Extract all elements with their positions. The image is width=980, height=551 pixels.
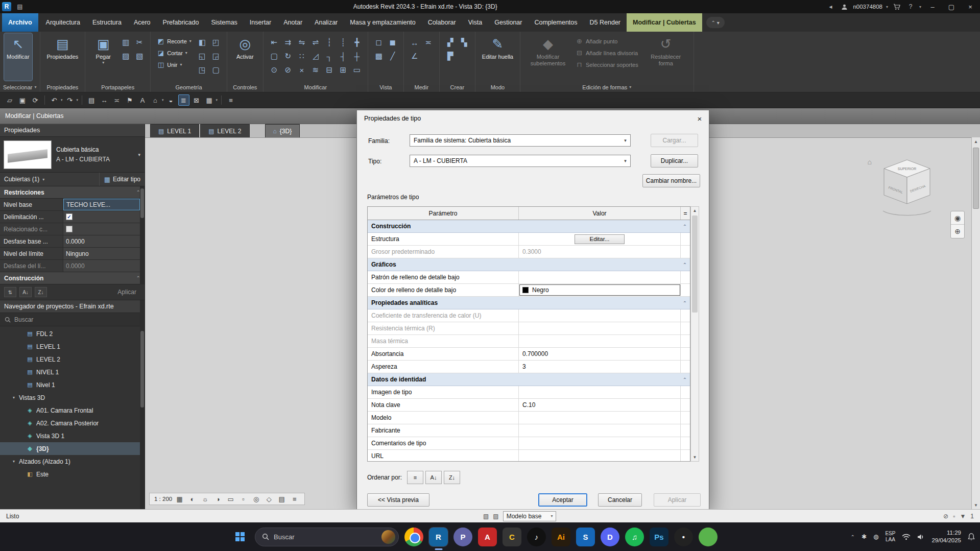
clock[interactable]: 11:29 29/04/2025 — [931, 529, 961, 544]
app-dark-icon[interactable]: • — [674, 528, 693, 546]
param-value[interactable]: Editar... — [519, 233, 681, 245]
vista-previa-button[interactable]: << Vista previa — [367, 493, 429, 507]
m-pin-icon[interactable]: ⊙ — [268, 63, 281, 77]
tipo-select[interactable]: A - LM - CUBIERTA ▾ — [410, 155, 631, 167]
dropdown-chevron-icon[interactable]: ▾ — [189, 39, 192, 43]
v-unhide-icon[interactable]: ◼ — [386, 36, 399, 49]
m-move-icon[interactable]: ╋ — [350, 36, 364, 49]
q-tag-icon[interactable]: ⚑ — [124, 94, 135, 106]
clip-aux-icon[interactable]: ▧ — [133, 50, 146, 63]
viewcube-home-icon[interactable]: ⌂ — [868, 158, 872, 166]
dropdown-chevron-icon[interactable]: ▾ — [185, 51, 187, 55]
geo-f-icon[interactable]: ▢ — [209, 63, 223, 77]
sort-descending-button[interactable]: Z↓ — [35, 287, 47, 297]
v-linework-icon[interactable]: ╱ — [386, 50, 399, 63]
m-mirror1-icon[interactable]: ⇋ — [295, 36, 308, 49]
tab-archivo[interactable]: Archivo — [2, 13, 38, 32]
q-open-icon[interactable]: ▱ — [4, 94, 15, 106]
param-value[interactable] — [519, 450, 681, 462]
geo-d-icon[interactable]: ◲ — [209, 50, 223, 63]
notification-bell-icon[interactable] — [968, 533, 975, 541]
activar-button[interactable]: ◎Activar — [231, 33, 259, 81]
tab-sistemas[interactable]: Sistemas — [205, 13, 243, 32]
tree-item-a01-camara-frontal[interactable]: ◈A01. Camara Frontal — [0, 404, 145, 417]
vc-style-icon[interactable]: ◐ — [187, 495, 198, 503]
unir-button[interactable]: ◫Unir▾ — [155, 59, 194, 70]
dropdown-chevron-icon[interactable]: ▾ — [77, 98, 79, 102]
view-tab-level-2[interactable]: ▤LEVEL 2 — [200, 124, 249, 137]
tray-chevron-icon[interactable]: ⌃ — [850, 534, 854, 540]
param-section-graficos[interactable]: Gráficos⌃ — [368, 258, 690, 271]
apply-button[interactable]: Aplicar — [113, 288, 140, 297]
property-value[interactable]: 0.0000 — [63, 235, 140, 247]
revit-logo-icon[interactable]: R — [2, 2, 11, 11]
app-c-icon[interactable]: C — [503, 528, 521, 546]
familia-chevron-icon[interactable]: ▾ — [622, 138, 629, 143]
signed-in-user[interactable]: n00374808 — [853, 4, 882, 10]
nav-wheel-icon[interactable]: ◉ — [951, 211, 964, 225]
c-similar-icon[interactable]: ▞ — [444, 36, 457, 49]
maximize-button[interactable]: ▢ — [944, 0, 959, 13]
param-value[interactable] — [519, 386, 681, 398]
search-highlight-image[interactable] — [381, 530, 395, 544]
volume-icon[interactable] — [917, 534, 925, 540]
nav-zoom-icon[interactable]: ⊕ — [951, 225, 964, 238]
m-unpin-icon[interactable]: ⊘ — [281, 63, 295, 77]
collapse-icon[interactable]: ⌃ — [680, 297, 690, 309]
m-match-icon[interactable]: ≋ — [309, 63, 322, 77]
table-scrollbar[interactable]: ▲ ▼ — [690, 206, 699, 462]
m-mirror2-icon[interactable]: ⇌ — [309, 36, 322, 49]
param-value[interactable] — [519, 437, 681, 449]
geo-e-icon[interactable]: ◳ — [196, 63, 209, 77]
property-value[interactable]: Ninguno — [63, 248, 140, 259]
tree-item-a02-camara-posterior[interactable]: ◈A02. Camara Posterior — [0, 417, 145, 429]
tree-item-level-1[interactable]: ▤LEVEL 1 — [0, 340, 145, 353]
m-copy-icon[interactable]: ▢ — [268, 50, 281, 63]
m-split2-icon[interactable]: ┊ — [337, 36, 350, 49]
dialog-sort-default-button[interactable]: ≡ — [407, 471, 423, 484]
vc-crop-icon[interactable]: ▭ — [225, 495, 236, 503]
editar-huella-button[interactable]: ✎Editar huella — [480, 33, 516, 81]
tree-item-3d[interactable]: ◈{3D} — [0, 442, 145, 455]
music-icon[interactable]: ♪ — [527, 528, 546, 546]
edit-type-button[interactable]: ▦ Editar tipo — [99, 173, 140, 186]
c-group-icon[interactable]: ▚ — [458, 36, 471, 49]
back-icon[interactable]: ◂ — [825, 2, 835, 12]
view-tab-level-1[interactable]: ▤LEVEL 1 — [150, 124, 199, 137]
properties-scrollbar-thumb[interactable] — [140, 188, 144, 218]
tab-gestionar[interactable]: Gestionar — [488, 13, 528, 32]
m-rotate-icon[interactable]: ↻ — [281, 50, 295, 63]
dialog-title-bar[interactable]: Propiedades de tipo × — [357, 110, 709, 127]
m-cutgeo-icon[interactable]: ⊟ — [323, 63, 336, 77]
tab-d5-render[interactable]: D5 Render — [584, 13, 627, 32]
person-icon[interactable] — [839, 2, 849, 12]
wifi-icon[interactable] — [902, 534, 911, 540]
filter-icon[interactable]: ▼ — [960, 513, 966, 520]
view-scale[interactable]: 1 : 200 — [154, 496, 172, 502]
view-tab-3d[interactable]: ⌂{3D} — [265, 124, 300, 137]
dropdown-chevron-icon[interactable]: ▾ — [180, 62, 182, 67]
expand-icon[interactable]: ▾ — [11, 459, 16, 464]
app-a-icon[interactable]: A — [478, 528, 497, 546]
aceptar-button[interactable]: Aceptar — [538, 493, 587, 507]
dropdown-chevron-icon[interactable]: ▾ — [61, 98, 63, 102]
tab-masa-y-emplazamiento[interactable]: Masa y emplazamiento — [344, 13, 422, 32]
m-scale-icon[interactable]: ◿ — [309, 50, 322, 63]
ribbon-group-label[interactable]: Seleccionar▾ — [0, 82, 40, 92]
canvas-scrollbar[interactable]: ▲ ▼ — [971, 137, 980, 509]
ribbon-display-toggle-icon[interactable]: ⌃ ▾ — [706, 17, 725, 28]
tab-arquitectura[interactable]: Arquitectura — [40, 13, 86, 32]
vc-reveal-icon[interactable]: ◇ — [264, 495, 274, 503]
app-p-icon[interactable]: P — [453, 528, 472, 546]
collapse-icon[interactable]: ⌃ — [680, 220, 690, 232]
tab-modificar-cubiertas[interactable]: Modificar | Cubiertas — [627, 13, 702, 32]
table-scroll-down-icon[interactable]: ▼ — [691, 453, 699, 461]
familia-select[interactable]: Familia de sistema: Cubierta básica ▾ — [410, 134, 631, 147]
q-dim-icon[interactable]: ≍ — [111, 94, 123, 106]
design-options-icon[interactable]: ▨ — [493, 513, 498, 520]
cambiar-nombre-button[interactable]: Cambiar nombre... — [642, 174, 700, 187]
m-joingeo-icon[interactable]: ⊞ — [337, 63, 350, 77]
tab-insertar[interactable]: Insertar — [244, 13, 277, 32]
browser-scrollbar[interactable] — [140, 300, 145, 509]
column-valor[interactable]: Valor — [519, 207, 681, 220]
